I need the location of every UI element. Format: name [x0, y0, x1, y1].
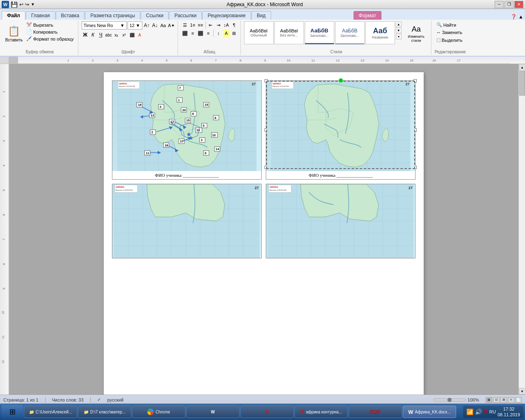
svg-text:Масштаб 1:30 000 000: Масштаб 1:30 000 000 — [269, 189, 287, 191]
font-name-dropdown[interactable]: Times New Ro ▼ — [82, 21, 127, 30]
paste-button[interactable]: 📋 Вставить — [4, 21, 24, 46]
highlight-button[interactable]: ⬛ — [128, 31, 136, 39]
format-painter-button[interactable]: 🖌️ Формат по образцу — [25, 35, 75, 42]
paste-icon: 📋 — [8, 25, 20, 37]
change-styles-button[interactable]: Aa Изменить стили — [404, 21, 429, 46]
zoom-slider-track[interactable] — [433, 398, 466, 402]
svg-text:7: 7 — [215, 59, 217, 62]
tab-view[interactable]: Вид — [251, 11, 271, 20]
line-spacing-button[interactable]: ↕ — [215, 30, 222, 37]
undo-quickbtn[interactable]: ↩ — [19, 2, 23, 7]
subscript-button[interactable]: x₂ — [113, 31, 120, 39]
find-button[interactable]: 🔍 Найти — [435, 21, 458, 28]
justify-button[interactable]: ≡ — [205, 30, 212, 37]
taskbar-item-explorer2[interactable]: 📁 D:\7 класс\матер... — [78, 406, 131, 418]
window-title: Африка_KK.docx - Microsoft Word — [35, 2, 495, 7]
scroll-up-button[interactable]: ▲ — [519, 64, 525, 71]
border-button[interactable]: ⊞ — [231, 30, 238, 37]
ribbon-help-btn[interactable]: ❓ — [511, 14, 517, 20]
font-color-button[interactable]: A — [136, 31, 144, 39]
align-left-button[interactable]: ⬛ — [181, 30, 189, 37]
zoom-slider-thumb[interactable] — [447, 398, 452, 402]
font-name-arrow: ▼ — [120, 23, 125, 28]
clipboard-secondary: ✂️ Вырезать 📄 Копировать 🖌️ Формат по об… — [25, 21, 75, 42]
font-size-dropdown[interactable]: 12 ▼ — [128, 21, 142, 30]
document-area[interactable]: АФРИКА Масштаб 1:30 000 000 27 1 2 — [9, 64, 518, 395]
draft-view-button[interactable]: 📄 — [515, 397, 522, 403]
outline-view-button[interactable]: ≡ — [508, 397, 514, 403]
text-effects-button[interactable]: A✦ — [168, 22, 175, 29]
taskbar-item-word-active[interactable]: W Африка_KK.docx... — [403, 406, 456, 418]
scroll-down-button[interactable]: ▼ — [519, 388, 525, 395]
font-name-value: Times New Ro — [84, 23, 113, 28]
tab-picture-format[interactable]: Формат — [354, 11, 382, 20]
taskbar-item-pdf[interactable]: PDF — [349, 406, 402, 418]
strikethrough-button[interactable]: abc — [105, 31, 112, 39]
styles-scroll-down[interactable]: ▼ — [396, 27, 402, 33]
taskbar-item-word1[interactable]: W — [186, 406, 240, 418]
select-button[interactable]: ⬚ Выделить — [435, 37, 464, 43]
replace-button[interactable]: ↔ Заменить — [435, 29, 464, 36]
superscript-button[interactable]: x² — [121, 31, 128, 39]
style-no-spacing[interactable]: АаБбВвI Без инте... — [274, 21, 304, 44]
ribbon-minimize-btn[interactable]: ▲ — [518, 14, 523, 20]
font-decrease-button[interactable]: A↓ — [151, 22, 159, 29]
rotation-handle[interactable] — [339, 78, 343, 82]
underline-button[interactable]: Ч — [97, 31, 105, 39]
svg-text:9: 9 — [205, 151, 206, 155]
web-layout-button[interactable]: ⊠ — [500, 397, 507, 403]
style-title[interactable]: Ааб Название — [365, 21, 395, 44]
restore-button[interactable]: ❐ — [504, 1, 514, 8]
save-quickbtn[interactable]: 💾 — [11, 1, 18, 8]
tab-references[interactable]: Ссылки — [141, 11, 169, 20]
multilevel-list-button[interactable]: ≡≡ — [197, 21, 204, 29]
tab-file[interactable]: Файл — [2, 11, 25, 20]
map-cell-2[interactable]: АФРИКА Масштаб 1:30 000 000 27 ФИО учени… — [266, 80, 415, 180]
lang-label[interactable]: RU — [489, 409, 496, 414]
styles-scroll-up[interactable]: ▲ — [396, 21, 402, 27]
system-clock: 17:32 08.11.2019 — [498, 406, 520, 418]
tab-layout[interactable]: Разметка страницы — [85, 11, 140, 20]
copy-button[interactable]: 📄 Копировать — [25, 28, 75, 35]
show-formatting-button[interactable]: ¶ — [231, 21, 238, 29]
style-normal[interactable]: АаБбВвI Обычный — [244, 21, 274, 44]
tab-home[interactable]: Главная — [26, 11, 55, 20]
redo-quickbtn[interactable]: ↪ — [25, 2, 29, 7]
italic-button[interactable]: К — [89, 31, 97, 39]
map-cell-3[interactable]: АФРИКА Масштаб 1:30 000 000 27 — [112, 184, 262, 258]
style-heading2[interactable]: АаБбВ Заголово... — [335, 21, 365, 44]
increase-indent-button[interactable]: ⇥ — [215, 21, 222, 29]
align-center-button[interactable]: ≡ — [189, 30, 196, 37]
numbered-list-button[interactable]: 1≡ — [189, 21, 196, 29]
bullet-list-button[interactable]: ☰ — [181, 21, 189, 29]
vertical-scrollbar[interactable]: ▲ ▼ — [518, 64, 525, 395]
taskbar-item-explorer1[interactable]: 📁 C:\Users\Алексей... — [24, 406, 77, 418]
bold-button[interactable]: Ж — [82, 31, 89, 39]
styles-expand[interactable]: ▾ — [396, 34, 402, 39]
style-heading1[interactable]: АаБбВ Заголово... — [305, 21, 334, 44]
styles-list: АаБбВвI Обычный АаБбВвI Без инте... АаБб… — [244, 21, 395, 44]
map-cell-1[interactable]: АФРИКА Масштаб 1:30 000 000 27 1 2 — [112, 80, 262, 180]
print-layout-button[interactable]: ▦ — [486, 397, 492, 403]
cut-button[interactable]: ✂️ Вырезать — [25, 21, 75, 28]
svg-text:10: 10 — [212, 133, 216, 137]
map-cell-4[interactable]: АФРИКА Масштаб 1:30 000 000 27 — [266, 184, 415, 258]
clear-format-button[interactable]: Aa — [160, 22, 167, 29]
sort-button[interactable]: ↕A — [223, 21, 230, 29]
close-button[interactable]: ✕ — [514, 1, 523, 8]
align-right-button[interactable]: ⬛ — [197, 30, 204, 37]
scroll-thumb[interactable] — [519, 71, 525, 96]
taskbar-item-chrome[interactable]: Chrome — [132, 406, 185, 418]
shading-button[interactable]: A — [223, 30, 230, 37]
start-button[interactable]: ⊞ — [2, 405, 23, 419]
tab-review[interactable]: Рецензирование — [202, 11, 251, 20]
taskbar-item-yandex[interactable]: Я африка контурна... — [294, 406, 348, 418]
full-screen-button[interactable]: ⊡ — [493, 397, 500, 403]
decrease-indent-button[interactable]: ⇤ — [207, 21, 215, 29]
minimize-button[interactable]: ─ — [495, 1, 504, 8]
tab-mailings[interactable]: Рассылки — [169, 11, 202, 20]
font-increase-button[interactable]: A↑ — [143, 22, 151, 29]
taskbar-item-opera[interactable]: O — [240, 406, 294, 418]
tab-insert[interactable]: Вставка — [56, 11, 85, 20]
customize-quickbtn[interactable]: ▼ — [31, 2, 35, 7]
